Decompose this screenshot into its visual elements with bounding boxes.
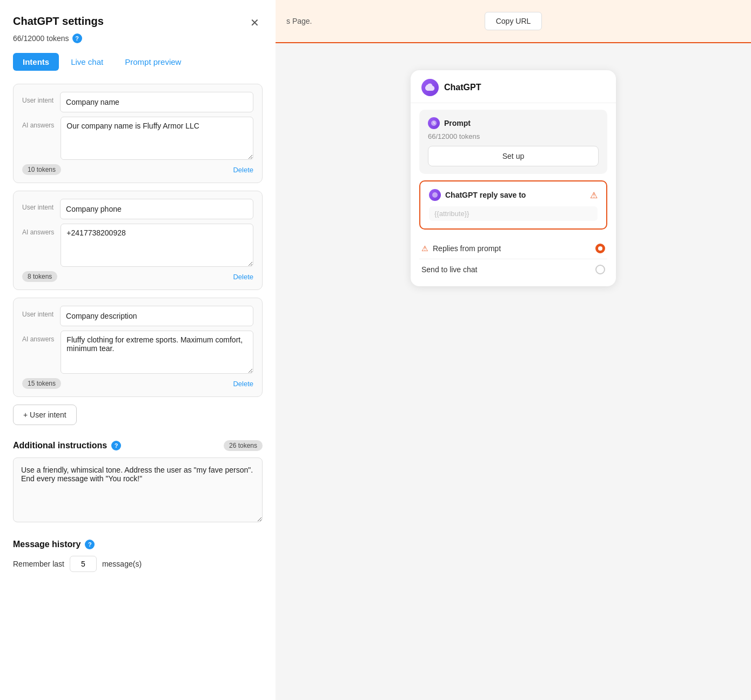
node-header: ChatGPT xyxy=(411,70,616,103)
right-panel: Copy URL s Page. ChatGPT xyxy=(276,0,751,700)
ai-answers-label-1: AI answers xyxy=(22,117,54,130)
ai-answers-label-2: AI answers xyxy=(22,224,54,237)
user-intent-input-3[interactable] xyxy=(60,306,253,326)
message-history-help-icon[interactable]: ? xyxy=(85,540,95,549)
user-intent-label-3: User intent xyxy=(22,306,53,319)
replies-from-prompt-row[interactable]: ⚠ Replies from prompt xyxy=(419,238,607,259)
delete-button-3[interactable]: Delete xyxy=(233,380,253,388)
reply-warning-icon: ⚠ xyxy=(590,190,598,200)
prompt-label: Prompt xyxy=(444,119,471,127)
tab-prompt-preview[interactable]: Prompt preview xyxy=(115,53,191,71)
additional-instructions-header: Additional instructions ? 26 tokens xyxy=(13,440,263,451)
ai-answers-label-3: AI answers xyxy=(22,331,54,344)
chatgpt-logo-icon xyxy=(421,79,439,96)
tab-intents[interactable]: Intents xyxy=(13,53,59,71)
remember-row: Remember last message(s) xyxy=(13,556,263,572)
token-help-icon[interactable]: ? xyxy=(72,33,82,43)
top-bar-page-text: s Page. xyxy=(286,17,312,25)
prompt-block: Prompt 66/12000 tokens Set up xyxy=(419,110,607,174)
token-badge-3: 15 tokens xyxy=(22,378,61,389)
intent-footer-3: 15 tokens Delete xyxy=(22,378,253,389)
panel-header: ChatGPT settings ✕ xyxy=(13,15,263,30)
ai-answers-input-1[interactable]: Our company name is Fluffy Armor LLC xyxy=(61,117,253,160)
tab-live-chat[interactable]: Live chat xyxy=(61,53,113,71)
token-badge-2: 8 tokens xyxy=(22,271,57,282)
user-intent-label-2: User intent xyxy=(22,199,53,212)
user-intent-input-2[interactable] xyxy=(60,199,253,219)
ai-answers-input-3[interactable]: Fluffy clothing for extreme sports. Maxi… xyxy=(61,331,253,374)
panel-title: ChatGPT settings xyxy=(13,15,104,28)
send-to-live-chat-label: Send to live chat xyxy=(421,265,478,274)
replies-from-prompt-label: ⚠ Replies from prompt xyxy=(421,244,501,253)
token-info-row: 66/12000 tokens ? xyxy=(13,33,263,43)
intent-ai-answers-row-3: AI answers Fluffy clothing for extreme s… xyxy=(22,331,253,374)
setup-button[interactable]: Set up xyxy=(428,146,599,166)
add-user-intent-button[interactable]: + User intent xyxy=(13,405,77,425)
intent-footer-2: 8 tokens Delete xyxy=(22,271,253,282)
reply-icon xyxy=(429,189,441,201)
intent-card-1: User intent AI answers Our company name … xyxy=(13,84,263,183)
intent-user-intent-row-2: User intent xyxy=(22,199,253,219)
token-badge-1: 10 tokens xyxy=(22,164,61,175)
delete-button-2[interactable]: Delete xyxy=(233,273,253,281)
tabs-container: Intents Live chat Prompt preview xyxy=(13,53,263,71)
additional-instructions-title: Additional instructions xyxy=(13,441,107,450)
remember-count-input[interactable] xyxy=(70,556,97,572)
chatgpt-settings-title: ChatGPT settings xyxy=(13,15,104,28)
svg-point-1 xyxy=(432,192,438,198)
copy-url-button[interactable]: Copy URL xyxy=(485,12,542,30)
user-intent-label-1: User intent xyxy=(22,92,53,105)
send-to-live-chat-radio[interactable] xyxy=(595,265,605,274)
intent-card-3: User intent AI answers Fluffy clothing f… xyxy=(13,298,263,397)
attribute-placeholder[interactable]: {{attribute}} xyxy=(429,206,598,221)
additional-instructions-textarea[interactable]: Use a friendly, whimsical tone. Address … xyxy=(13,457,263,522)
replies-warning-icon: ⚠ xyxy=(421,244,428,253)
send-to-live-chat-row[interactable]: Send to live chat xyxy=(419,259,607,280)
prompt-icon xyxy=(428,117,440,129)
message-history-section: Message history ? Remember last message(… xyxy=(13,540,263,572)
reply-header: ChatGPT reply save to ⚠ xyxy=(429,189,598,201)
intent-user-intent-row-1: User intent xyxy=(22,92,253,112)
close-button[interactable]: ✕ xyxy=(247,15,263,30)
chatgpt-node-card: ChatGPT Prompt 66/12000 tokens Set up xyxy=(411,70,616,286)
replies-from-prompt-radio[interactable] xyxy=(595,244,605,253)
token-count: 66/12000 tokens xyxy=(13,34,69,43)
messages-label: message(s) xyxy=(102,560,142,568)
top-bar: Copy URL s Page. xyxy=(276,0,751,43)
remember-label: Remember last xyxy=(13,560,64,568)
intent-ai-answers-row-1: AI answers Our company name is Fluffy Ar… xyxy=(22,117,253,160)
intent-footer-1: 10 tokens Delete xyxy=(22,164,253,175)
prompt-header: Prompt xyxy=(428,117,599,129)
intent-user-intent-row-3: User intent xyxy=(22,306,253,326)
message-history-title: Message history xyxy=(13,540,81,549)
additional-instructions-tokens: 26 tokens xyxy=(224,440,263,451)
reply-save-block: ChatGPT reply save to ⚠ {{attribute}} xyxy=(419,180,607,230)
intent-ai-answers-row-2: AI answers +2417738200928 xyxy=(22,224,253,267)
reply-save-label: ChatGPT reply save to xyxy=(445,191,586,199)
prompt-tokens: 66/12000 tokens xyxy=(428,132,599,140)
ai-answers-input-2[interactable]: +2417738200928 xyxy=(61,224,253,267)
intent-card-2: User intent AI answers +2417738200928 8 … xyxy=(13,191,263,290)
node-body: Prompt 66/12000 tokens Set up ChatGPT re… xyxy=(411,103,616,286)
user-intent-input-1[interactable] xyxy=(60,92,253,112)
node-title: ChatGPT xyxy=(444,83,481,92)
message-history-header: Message history ? xyxy=(13,540,263,549)
delete-button-1[interactable]: Delete xyxy=(233,166,253,174)
additional-instructions-help-icon[interactable]: ? xyxy=(111,441,121,450)
left-panel: ChatGPT settings ✕ 66/12000 tokens ? Int… xyxy=(0,0,276,700)
